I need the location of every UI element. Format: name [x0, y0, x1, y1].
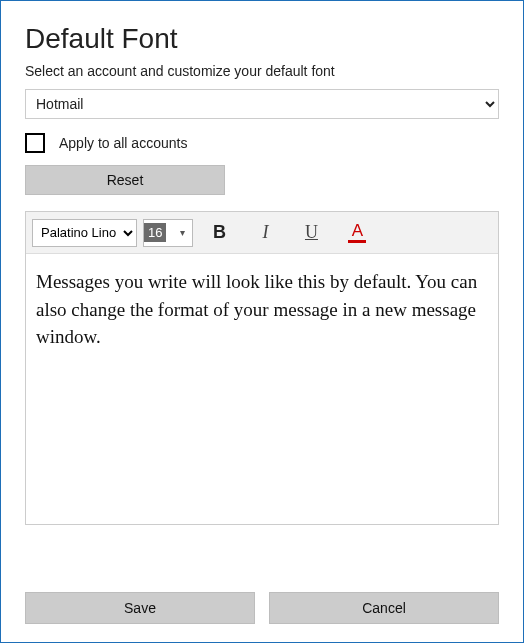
italic-button[interactable]: I: [245, 218, 285, 248]
dialog-footer: Save Cancel: [25, 592, 499, 624]
font-color-button[interactable]: A: [337, 218, 377, 248]
underline-button[interactable]: U: [291, 218, 331, 248]
font-color-bar-icon: [348, 240, 366, 243]
page-subtitle: Select an account and customize your def…: [25, 63, 499, 79]
save-button[interactable]: Save: [25, 592, 255, 624]
editor-box: Palatino Lino 16 ▾ B I U A Messages you …: [25, 211, 499, 525]
chevron-down-icon[interactable]: ▾: [172, 220, 192, 246]
format-toolbar: Palatino Lino 16 ▾ B I U A: [26, 212, 498, 254]
preview-text[interactable]: Messages you write will look like this b…: [26, 254, 498, 524]
font-size-value: 16: [144, 223, 166, 242]
cancel-button[interactable]: Cancel: [269, 592, 499, 624]
font-color-glyph: A: [352, 222, 363, 239]
font-family-select[interactable]: Palatino Lino: [32, 219, 137, 247]
font-size-select[interactable]: 16 ▾: [143, 219, 193, 247]
account-select[interactable]: Hotmail: [25, 89, 499, 119]
apply-all-label: Apply to all accounts: [59, 135, 187, 151]
apply-all-checkbox[interactable]: [25, 133, 45, 153]
reset-button[interactable]: Reset: [25, 165, 225, 195]
page-title: Default Font: [25, 23, 499, 55]
bold-button[interactable]: B: [199, 218, 239, 248]
